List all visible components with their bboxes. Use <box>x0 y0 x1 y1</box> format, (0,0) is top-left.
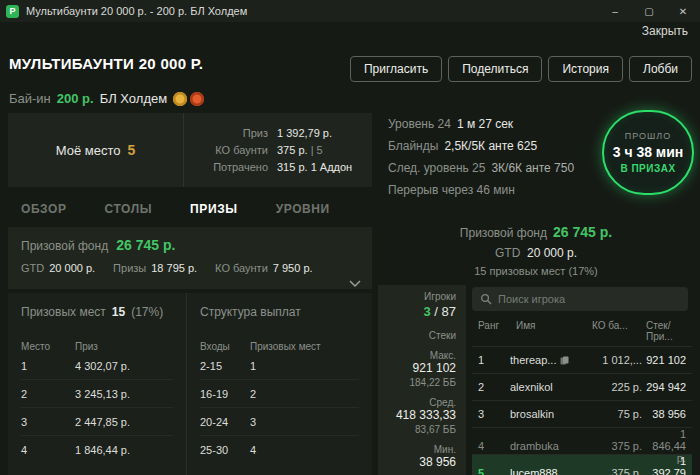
col-stack: Стек/При... <box>646 320 686 342</box>
tournament-lobby-window: P Мультибаунти 20 000 р. - 200 р. БЛ Хол… <box>0 0 700 475</box>
bounty-chip-icon <box>190 92 204 106</box>
prize-places-title: Призовых мест <box>21 305 106 319</box>
game-type: БЛ Холдем <box>100 91 167 106</box>
fund-right-label: Призовой фонд <box>460 226 547 240</box>
prize-places-percent: (17%) <box>131 305 163 319</box>
players-count: 3 / 87 <box>382 305 456 320</box>
fund-gtd: GTD20 000 р. <box>21 262 95 274</box>
stacks-label: Стеки <box>382 330 456 342</box>
col-entries: Входы <box>200 341 250 352</box>
player-row[interactable]: 2 alexnikol 225 р. 294 942 <box>472 373 692 400</box>
my-status-panel: Моё место 5 Приз 1 392,79 р. КО баунти 3… <box>8 113 372 187</box>
prize-fund-summary: Призовой фонд26 745 р. GTD 20 000 р. 15 … <box>388 224 684 277</box>
player-row[interactable]: 1 thereap... 1 012,... 921 102 <box>472 346 692 373</box>
col-place: Место <box>21 341 75 352</box>
col-name: Имя <box>516 320 588 342</box>
tab-levels[interactable]: УРОВНИ <box>276 202 330 216</box>
close-lobby-button[interactable]: Закрыть <box>642 24 688 38</box>
in-prizes-status: В ПРИЗАХ <box>620 163 675 174</box>
player-row-me[interactable]: 5 lucem888 375 р. 1 392,79 р. <box>472 454 692 475</box>
player-badge-icon <box>560 356 569 365</box>
my-place-value: 5 <box>127 142 135 158</box>
my-place-label: Моё место <box>56 143 121 158</box>
my-spent-label: Потрачено <box>196 161 268 173</box>
my-ko-value: 375 р. | 5 <box>277 144 360 156</box>
payout-title: Структура выплат <box>200 305 301 319</box>
players-table: Ранг Имя КО ба... Стек/При... 1 thereap.… <box>472 316 692 475</box>
level-label: Уровень 24 <box>388 117 451 131</box>
fund-ko: КО баунти7 950 р. <box>215 262 312 274</box>
tab-prizes[interactable]: ПРИЗЫ <box>190 202 238 216</box>
stat-avg-bb: 83,67 ББ <box>382 424 456 436</box>
my-stats: Приз 1 392,79 р. КО баунти 375 р. | 5 По… <box>184 113 372 187</box>
prize-places-table: Призовых мест 15 (17%) Место Приз 14 302… <box>8 293 186 475</box>
buyin-row: Бай-ин 200 р. БЛ Холдем <box>9 91 204 106</box>
my-prize-label: Приз <box>196 127 268 139</box>
app-logo-icon: P <box>6 5 19 18</box>
next-level-value: 3К/6К анте 750 <box>491 161 574 175</box>
history-button[interactable]: История <box>548 56 623 82</box>
search-input[interactable] <box>498 293 680 305</box>
player-row[interactable]: 4 drambuka 375 р. 1 846,44 р. <box>472 427 692 454</box>
tournament-title: МУЛЬТИБАУНТИ 20 000 Р. <box>9 55 203 72</box>
fund-right-places: 15 призовых мест (17%) <box>388 265 684 277</box>
blinds-value: 2,5К/5К анте 625 <box>444 139 537 153</box>
col-places: Призовых мест <box>250 341 359 352</box>
fund-right-value: 26 745 р. <box>553 224 612 240</box>
buyin-value: 200 р. <box>57 91 94 106</box>
search-icon <box>480 293 492 305</box>
lobby-button[interactable]: Лобби <box>629 56 692 82</box>
invite-button[interactable]: Пригласить <box>350 56 442 82</box>
blinds-label: Блайнды <box>388 139 438 153</box>
stat-max-label: Макс. <box>382 350 456 362</box>
prize-row: 41 846,44 р. <box>21 436 173 464</box>
fund-value: 26 745 р. <box>116 237 175 253</box>
payout-row: 2-151 <box>200 352 359 380</box>
fund-right-gtd-label: GTD <box>495 246 520 260</box>
payout-row: 25-304 <box>200 436 359 464</box>
window-controls: – ▢ ✕ <box>598 0 700 22</box>
tab-tables[interactable]: СТОЛЫ <box>105 202 153 216</box>
tab-overview[interactable]: ОБЗОР <box>21 202 67 216</box>
payout-row: 16-192 <box>200 380 359 408</box>
fund-prizes: Призы18 795 р. <box>113 262 197 274</box>
stat-avg-label: Сред. <box>382 397 456 409</box>
my-prize-value: 1 392,79 р. <box>277 127 360 139</box>
stat-max-bb: 184,22 ББ <box>382 377 456 389</box>
elapsed-label: ПРОШЛО <box>625 131 671 141</box>
player-row[interactable]: 3 brosalkin 75 р. 38 956 <box>472 400 692 427</box>
players-table-header: Ранг Имя КО ба... Стек/При... <box>472 316 692 346</box>
stat-min-label: Мин. <box>382 444 456 456</box>
chevron-down-icon[interactable] <box>348 279 362 288</box>
minimize-button[interactable]: – <box>598 0 632 22</box>
maximize-button[interactable]: ▢ <box>632 0 666 22</box>
player-search <box>472 287 688 311</box>
my-spent-value: 315 р. 1 Аддон <box>277 161 360 173</box>
prize-fund-panel: Призовой фонд 26 745 р. GTD20 000 р. При… <box>8 227 372 289</box>
close-window-button[interactable]: ✕ <box>666 0 700 22</box>
players-label: Игроки <box>382 291 456 303</box>
payout-structure-table: Структура выплат Входы Призовых мест 2-1… <box>186 293 372 475</box>
col-rank: Ранг <box>478 320 512 342</box>
elapsed-timer-badge: ПРОШЛО 3 ч 38 мин В ПРИЗАХ <box>602 110 694 195</box>
my-place: Моё место 5 <box>8 113 184 187</box>
fund-right-gtd-value: 20 000 р. <box>527 246 577 260</box>
break-text: Перерыв через 46 мин <box>388 183 515 197</box>
my-ko-label: КО баунти <box>196 144 268 156</box>
header-actions: Пригласить Поделиться История Лобби <box>350 56 692 82</box>
gold-chip-icon <box>173 92 187 106</box>
share-button[interactable]: Поделиться <box>448 56 542 82</box>
stat-min-value: 38 956 <box>382 456 456 470</box>
next-level-label: След. уровень 25 <box>388 161 485 175</box>
stat-max-value: 921 102 <box>382 362 456 376</box>
prize-row: 14 302,07 р. <box>21 352 173 380</box>
fund-label: Призовой фонд <box>21 239 108 253</box>
buyin-label: Бай-ин <box>9 91 51 106</box>
elapsed-value: 3 ч 38 мин <box>613 144 684 160</box>
prize-row: 32 447,85 р. <box>21 408 173 436</box>
prize-row: 23 245,13 р. <box>21 380 173 408</box>
stat-avg-value: 418 333,33 <box>382 409 456 423</box>
players-stats-panel: Игроки 3 / 87 Стеки Макс. 921 102 184,22… <box>378 285 466 475</box>
level-time: 1 м 27 сек <box>457 117 513 131</box>
col-ko: КО ба... <box>592 320 642 342</box>
